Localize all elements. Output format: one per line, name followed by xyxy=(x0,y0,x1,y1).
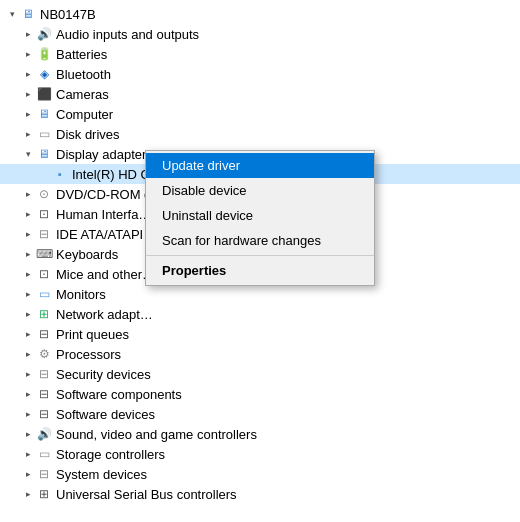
label-usb: Universal Serial Bus controllers xyxy=(56,487,237,502)
expander-cameras[interactable] xyxy=(20,86,36,102)
icon-softwarecomp: ⊟ xyxy=(36,386,52,402)
label-monitors: Monitors xyxy=(56,287,106,302)
expander-ideata[interactable] xyxy=(20,226,36,242)
expander-usb[interactable] xyxy=(20,486,36,502)
icon-humaninterface: ⊡ xyxy=(36,206,52,222)
tree-item-audio[interactable]: 🔊Audio inputs and outputs xyxy=(0,24,520,44)
expander-nb0147b[interactable] xyxy=(4,6,20,22)
icon-storage: ▭ xyxy=(36,446,52,462)
tree-item-sound[interactable]: 🔊Sound, video and game controllers xyxy=(0,424,520,444)
label-bluetooth: Bluetooth xyxy=(56,67,111,82)
expander-dvdcd[interactable] xyxy=(20,186,36,202)
tree-item-systemdev[interactable]: ⊟System devices xyxy=(0,464,520,484)
icon-nb0147b: 🖥 xyxy=(20,6,36,22)
context-menu-item-update-driver[interactable]: Update driver xyxy=(146,153,374,178)
tree-item-diskdrives[interactable]: ▭Disk drives xyxy=(0,124,520,144)
label-displayadapters: Display adapters xyxy=(56,147,153,162)
expander-keyboards[interactable] xyxy=(20,246,36,262)
tree-item-cameras[interactable]: ⬛Cameras xyxy=(0,84,520,104)
label-cameras: Cameras xyxy=(56,87,109,102)
icon-printqueues: ⊟ xyxy=(36,326,52,342)
icon-intelgfx: ▪ xyxy=(52,166,68,182)
expander-networkadapters[interactable] xyxy=(20,306,36,322)
icon-keyboards: ⌨ xyxy=(36,246,52,262)
expander-monitors[interactable] xyxy=(20,286,36,302)
label-humaninterface: Human Interfa… xyxy=(56,207,151,222)
expander-computer[interactable] xyxy=(20,106,36,122)
icon-sound: 🔊 xyxy=(36,426,52,442)
label-systemdev: System devices xyxy=(56,467,147,482)
tree-item-softwarecomp[interactable]: ⊟Software components xyxy=(0,384,520,404)
icon-usb: ⊞ xyxy=(36,486,52,502)
tree-item-computer[interactable]: 🖥Computer xyxy=(0,104,520,124)
label-audio: Audio inputs and outputs xyxy=(56,27,199,42)
expander-softwarecomp[interactable] xyxy=(20,386,36,402)
context-menu: Update driverDisable deviceUninstall dev… xyxy=(145,150,375,286)
separator-sep1 xyxy=(146,255,374,256)
icon-mice: ⊡ xyxy=(36,266,52,282)
context-menu-item-disable-device[interactable]: Disable device xyxy=(146,178,374,203)
tree-item-processors[interactable]: ⚙Processors xyxy=(0,344,520,364)
label-diskdrives: Disk drives xyxy=(56,127,120,142)
icon-cameras: ⬛ xyxy=(36,86,52,102)
context-menu-item-uninstall-device[interactable]: Uninstall device xyxy=(146,203,374,228)
icon-computer: 🖥 xyxy=(36,106,52,122)
label-batteries: Batteries xyxy=(56,47,107,62)
label-networkadapters: Network adapt… xyxy=(56,307,153,322)
tree-item-monitors[interactable]: ▭Monitors xyxy=(0,284,520,304)
expander-diskdrives[interactable] xyxy=(20,126,36,142)
label-computer: Computer xyxy=(56,107,113,122)
icon-softwaredev: ⊟ xyxy=(36,406,52,422)
label-sound: Sound, video and game controllers xyxy=(56,427,257,442)
icon-processors: ⚙ xyxy=(36,346,52,362)
label-processors: Processors xyxy=(56,347,121,362)
expander-storage[interactable] xyxy=(20,446,36,462)
icon-dvdcd: ⊙ xyxy=(36,186,52,202)
tree-item-bluetooth[interactable]: ◈Bluetooth xyxy=(0,64,520,84)
context-menu-item-scan-hardware[interactable]: Scan for hardware changes xyxy=(146,228,374,253)
icon-security: ⊟ xyxy=(36,366,52,382)
icon-batteries: 🔋 xyxy=(36,46,52,62)
icon-systemdev: ⊟ xyxy=(36,466,52,482)
icon-displayadapters: 🖥 xyxy=(36,146,52,162)
tree-item-networkadapters[interactable]: ⊞Network adapt… xyxy=(0,304,520,324)
tree-item-security[interactable]: ⊟Security devices xyxy=(0,364,520,384)
icon-monitors: ▭ xyxy=(36,286,52,302)
icon-bluetooth: ◈ xyxy=(36,66,52,82)
tree-item-batteries[interactable]: 🔋Batteries xyxy=(0,44,520,64)
expander-processors[interactable] xyxy=(20,346,36,362)
tree-item-printqueues[interactable]: ⊟Print queues xyxy=(0,324,520,344)
label-keyboards: Keyboards xyxy=(56,247,118,262)
expander-security[interactable] xyxy=(20,366,36,382)
label-mice: Mice and other… xyxy=(56,267,155,282)
icon-diskdrives: ▭ xyxy=(36,126,52,142)
expander-bluetooth[interactable] xyxy=(20,66,36,82)
label-storage: Storage controllers xyxy=(56,447,165,462)
icon-networkadapters: ⊞ xyxy=(36,306,52,322)
label-printqueues: Print queues xyxy=(56,327,129,342)
expander-intelgfx[interactable] xyxy=(36,166,52,182)
label-nb0147b: NB0147B xyxy=(40,7,96,22)
context-menu-item-properties[interactable]: Properties xyxy=(146,258,374,283)
icon-ideata: ⊟ xyxy=(36,226,52,242)
label-softwarecomp: Software components xyxy=(56,387,182,402)
tree-item-softwaredev[interactable]: ⊟Software devices xyxy=(0,404,520,424)
label-security: Security devices xyxy=(56,367,151,382)
expander-humaninterface[interactable] xyxy=(20,206,36,222)
tree-item-nb0147b[interactable]: 🖥NB0147B xyxy=(0,4,520,24)
tree-item-storage[interactable]: ▭Storage controllers xyxy=(0,444,520,464)
tree-item-usb[interactable]: ⊞Universal Serial Bus controllers xyxy=(0,484,520,504)
expander-sound[interactable] xyxy=(20,426,36,442)
expander-mice[interactable] xyxy=(20,266,36,282)
expander-printqueues[interactable] xyxy=(20,326,36,342)
expander-displayadapters[interactable] xyxy=(20,146,36,162)
label-softwaredev: Software devices xyxy=(56,407,155,422)
icon-audio: 🔊 xyxy=(36,26,52,42)
expander-audio[interactable] xyxy=(20,26,36,42)
expander-systemdev[interactable] xyxy=(20,466,36,482)
expander-softwaredev[interactable] xyxy=(20,406,36,422)
expander-batteries[interactable] xyxy=(20,46,36,62)
